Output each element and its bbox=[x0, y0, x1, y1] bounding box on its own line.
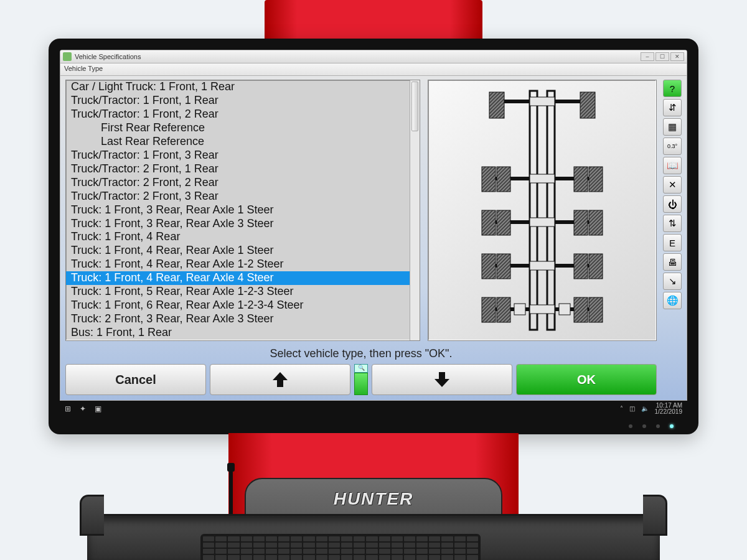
book-icon[interactable]: 📖 bbox=[663, 157, 682, 174]
vehicle-type-row[interactable]: Truck: 1 Front, 4 Rear bbox=[66, 230, 420, 244]
svg-rect-5 bbox=[489, 92, 504, 118]
vehicle-type-row[interactable]: First Rear Reference bbox=[66, 121, 420, 135]
tray-volume-icon[interactable]: 🔈 bbox=[641, 406, 649, 412]
vehicle-type-row[interactable]: Truck: 1 Front, 5 Rear, Rear Axle 1-2-3 … bbox=[66, 285, 420, 299]
vehicle-type-row[interactable]: Bus: 1 Front, 1 Rear bbox=[66, 326, 420, 340]
screen: Vehicle Specifications – ☐ ✕ Vehicle Typ… bbox=[60, 50, 687, 417]
list-scrollbar[interactable] bbox=[410, 80, 420, 340]
taskview-icon[interactable]: ✦ bbox=[80, 404, 86, 413]
ok-label: OK bbox=[577, 373, 596, 387]
side-toolbar: ?⇵▦0.3°📖✕⏻⇅E🖶↘🌐 bbox=[663, 80, 682, 309]
svg-rect-21 bbox=[482, 254, 496, 279]
app-icon bbox=[63, 52, 72, 61]
vehicle-type-row[interactable]: Truck/Tractor: 1 Front, 3 Rear bbox=[66, 149, 420, 162]
arrow-down-icon bbox=[433, 370, 451, 389]
axle-preview bbox=[428, 80, 657, 341]
vehicle-type-row[interactable]: Truck/Tractor: 1 Front, 2 Rear bbox=[66, 108, 420, 121]
cancel-label: Cancel bbox=[115, 373, 156, 387]
display-icon[interactable]: ▦ bbox=[663, 118, 682, 136]
svg-rect-33 bbox=[530, 305, 555, 314]
vehicle-type-list[interactable]: Car / Light Truck: 1 Front, 1 RearTruck/… bbox=[65, 80, 420, 341]
svg-rect-18 bbox=[589, 210, 603, 235]
tap-icon[interactable]: ↘ bbox=[663, 273, 682, 290]
svg-rect-22 bbox=[497, 254, 510, 279]
svg-rect-31 bbox=[514, 304, 525, 315]
svg-rect-9 bbox=[482, 167, 496, 192]
vehicle-type-row[interactable]: Truck: 1 Front, 4 Rear, Rear Axle 1 Stee… bbox=[66, 244, 420, 258]
vehicle-type-row[interactable]: Truck: 2 Front, 3 Rear, Rear Axle 3 Stee… bbox=[66, 312, 420, 326]
svg-rect-19 bbox=[530, 218, 555, 226]
globe-icon[interactable]: 🌐 bbox=[663, 292, 682, 309]
alert-icon[interactable]: ✕ bbox=[663, 176, 682, 194]
taskbar[interactable]: ⊞ ✦ ▣ ˄ ◫ 🔈 10:17 AM 1/22/2019 bbox=[60, 401, 687, 417]
menu-bar[interactable]: Vehicle Type bbox=[60, 63, 687, 76]
vehicle-type-row[interactable]: Truck/Tractor: 2 Front, 3 Rear bbox=[66, 190, 420, 203]
svg-rect-25 bbox=[530, 261, 555, 270]
start-icon[interactable]: ⊞ bbox=[65, 404, 71, 413]
green-indicator bbox=[354, 373, 368, 395]
vehicle-type-row[interactable]: Truck: 1 Front, 4 Rear, Rear Axle 1-2 St… bbox=[66, 258, 420, 271]
chassis-diagram bbox=[471, 86, 614, 335]
cancel-button[interactable]: Cancel bbox=[65, 364, 206, 395]
svg-rect-29 bbox=[574, 297, 588, 322]
sensor-icon[interactable]: ⇵ bbox=[663, 99, 682, 116]
svg-rect-6 bbox=[580, 92, 595, 118]
svg-rect-11 bbox=[574, 167, 588, 192]
svg-rect-7 bbox=[530, 97, 555, 106]
ok-button[interactable]: OK bbox=[516, 364, 657, 395]
keyboard bbox=[200, 534, 481, 560]
svg-rect-13 bbox=[530, 174, 555, 183]
vehicle-type-row[interactable]: Truck: 1 Front, 4 Rear, Rear Axle 4 Stee… bbox=[66, 271, 420, 285]
svg-rect-30 bbox=[589, 297, 603, 322]
svg-rect-28 bbox=[497, 297, 510, 322]
scrollbar-thumb[interactable] bbox=[411, 82, 418, 131]
svg-rect-2 bbox=[530, 91, 537, 330]
arrow-up-icon bbox=[271, 370, 289, 389]
button-gap: 🔍 bbox=[354, 364, 368, 395]
vehicle-type-row[interactable]: Last Rear Reference bbox=[66, 135, 420, 149]
taskbar-date: 1/22/2019 bbox=[655, 409, 683, 415]
svg-rect-23 bbox=[574, 254, 588, 279]
close-button[interactable]: ✕ bbox=[670, 52, 684, 61]
updown-icon[interactable]: ⇅ bbox=[663, 215, 682, 232]
tray-network-icon[interactable]: ◫ bbox=[629, 406, 635, 412]
app-body: ?⇵▦0.3°📖✕⏻⇅E🖶↘🌐 Car / Light Truck: 1 Fro… bbox=[60, 76, 687, 401]
window-titlebar[interactable]: Vehicle Specifications – ☐ ✕ bbox=[60, 50, 687, 63]
taskbar-app-icon[interactable]: ▣ bbox=[95, 404, 101, 413]
help-icon[interactable]: ? bbox=[663, 80, 682, 97]
svg-rect-27 bbox=[482, 297, 496, 322]
vehicle-type-row[interactable]: Truck/Tractor: 2 Front, 1 Rear bbox=[66, 162, 420, 176]
brand-logo: HUNTER bbox=[246, 489, 501, 509]
svg-rect-12 bbox=[589, 167, 603, 192]
minimize-button[interactable]: – bbox=[641, 52, 654, 61]
monitor-frame: Vehicle Specifications – ☐ ✕ Vehicle Typ… bbox=[49, 39, 698, 434]
svg-rect-16 bbox=[497, 210, 510, 235]
menu-vehicle-type[interactable]: Vehicle Type bbox=[64, 65, 103, 72]
svg-rect-17 bbox=[574, 210, 588, 235]
maximize-button[interactable]: ☐ bbox=[655, 52, 669, 61]
vehicle-type-row[interactable]: Truck/Tractor: 2 Front, 2 Rear bbox=[66, 176, 420, 190]
magnify-icon[interactable]: 🔍 bbox=[354, 364, 368, 373]
up-button[interactable] bbox=[210, 364, 350, 395]
vehicle-type-row[interactable]: Truck: 1 Front, 3 Rear, Rear Axle 1 Stee… bbox=[66, 203, 420, 217]
vehicle-type-row[interactable]: Truck: 1 Front, 3 Rear, Rear Axle 3 Stee… bbox=[66, 217, 420, 231]
svg-rect-24 bbox=[589, 254, 603, 279]
down-button[interactable] bbox=[372, 364, 512, 395]
flag-icon[interactable]: E bbox=[663, 234, 682, 251]
instruction-text: Select vehicle type, then press "OK". bbox=[65, 347, 657, 360]
button-bar: Cancel 🔍 bbox=[65, 364, 657, 395]
svg-rect-10 bbox=[497, 167, 510, 192]
svg-rect-15 bbox=[482, 210, 496, 235]
power-icon[interactable]: ⏻ bbox=[663, 195, 682, 213]
svg-rect-3 bbox=[547, 91, 555, 330]
vehicle-type-row[interactable]: Truck/Tractor: 1 Front, 1 Rear bbox=[66, 94, 420, 108]
tray-chevron-icon[interactable]: ˄ bbox=[620, 406, 623, 412]
vehicle-type-row[interactable]: Car / Light Truck: 1 Front, 1 Rear bbox=[66, 80, 420, 94]
svg-rect-32 bbox=[559, 304, 570, 315]
monitor-leds bbox=[629, 424, 674, 428]
vehicle-type-row[interactable]: Truck: 1 Front, 6 Rear, Rear Axle 1-2-3-… bbox=[66, 299, 420, 312]
angle-icon[interactable]: 0.3° bbox=[663, 138, 682, 155]
print-icon[interactable]: 🖶 bbox=[663, 253, 682, 271]
window-title: Vehicle Specifications bbox=[75, 53, 141, 60]
